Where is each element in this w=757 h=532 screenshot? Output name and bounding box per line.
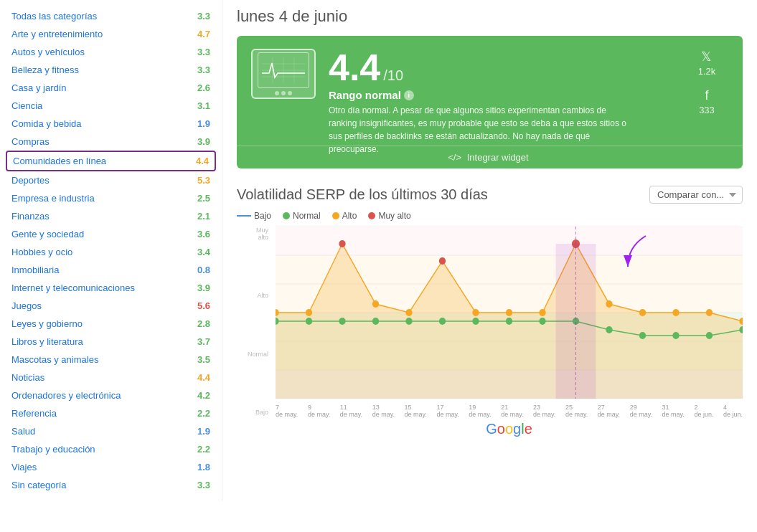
- sidebar-score-24: 2.2: [197, 444, 210, 455]
- y-label-muyalto: Muyalto: [244, 227, 268, 241]
- svg-point-49: [539, 318, 545, 325]
- sidebar-label-8: Comunidades en línea: [13, 156, 106, 166]
- facebook-share[interactable]: f 333: [699, 88, 715, 115]
- sidebar-score-5: 3.1: [197, 100, 210, 111]
- sidebar-label-19: Mascotas y animales: [11, 354, 98, 365]
- sidebar-item-25[interactable]: Viajes1.8: [0, 458, 222, 476]
- twitter-share[interactable]: 𝕏 1.2k: [698, 49, 716, 77]
- svg-point-54: [706, 332, 713, 339]
- sidebar-item-1[interactable]: Arte y entretenimiento4.7: [0, 25, 222, 43]
- sidebar-item-2[interactable]: Autos y vehículos3.3: [0, 43, 222, 61]
- sidebar-item-12[interactable]: Gente y sociedad3.6: [0, 225, 222, 243]
- legend-item-0: Bajo: [237, 211, 271, 221]
- sidebar-score-25: 1.8: [197, 462, 210, 472]
- svg-point-44: [372, 318, 379, 325]
- svg-point-37: [639, 309, 646, 316]
- sidebar-label-1: Arte y entretenimiento: [11, 29, 103, 39]
- sidebar-label-11: Finanzas: [11, 211, 50, 222]
- sidebar-item-6[interactable]: Comida y bebida1.9: [0, 115, 222, 133]
- chart-area: 10 8 6 4 2 0: [276, 227, 743, 437]
- x-label-7: 19de may.: [469, 404, 491, 418]
- sidebar-score-11: 2.1: [197, 211, 210, 222]
- x-label-11: 27de may.: [598, 404, 620, 418]
- sidebar-score-20: 4.4: [197, 372, 210, 383]
- google-logo: Google: [276, 421, 743, 437]
- sidebar-score-19: 3.5: [197, 354, 210, 365]
- sidebar-label-0: Todas las categorías: [11, 11, 97, 22]
- legend-item-2: Alto: [332, 211, 357, 221]
- chart-title: Volatilidad SERP de los últimos 30 días: [237, 186, 488, 203]
- svg-point-27: [306, 309, 312, 316]
- sidebar-score-15: 3.9: [197, 282, 210, 293]
- x-label-1: 7de may.: [276, 404, 298, 418]
- sidebar-item-23[interactable]: Salud1.9: [0, 422, 222, 440]
- legend-dot-3: [368, 212, 375, 219]
- facebook-icon: f: [705, 88, 708, 103]
- legend-label-2: Alto: [342, 211, 357, 221]
- sidebar-item-5[interactable]: Ciencia3.1: [0, 97, 222, 115]
- sidebar-label-17: Leyes y gobierno: [11, 318, 83, 329]
- score-denom: /10: [383, 67, 403, 84]
- sidebar-item-8[interactable]: Comunidades en línea4.4: [6, 151, 216, 171]
- sidebar-item-21[interactable]: Ordenadores y electrónica4.2: [0, 386, 222, 404]
- sidebar-item-24[interactable]: Trabajo y educación2.2: [0, 440, 222, 458]
- sidebar-item-15[interactable]: Internet y telecomunicaciones3.9: [0, 279, 222, 297]
- svg-point-43: [339, 318, 345, 325]
- sidebar-item-18[interactable]: Libros y literatura3.7: [0, 333, 222, 351]
- sidebar-item-19[interactable]: Mascotas y animales3.5: [0, 351, 222, 369]
- sidebar-item-4[interactable]: Casa y jardín2.6: [0, 79, 222, 97]
- date-header: lunes 4 de junio: [237, 7, 743, 26]
- sidebar-item-26[interactable]: Sin categoría3.3: [0, 476, 222, 494]
- main-content: lunes 4 de junio: [222, 0, 757, 501]
- main-score: 4.4: [329, 49, 380, 86]
- sidebar-label-2: Autos y vehículos: [11, 47, 85, 57]
- sidebar-label-12: Gente y sociedad: [11, 229, 84, 239]
- info-icon[interactable]: i: [404, 90, 414, 100]
- sidebar-item-7[interactable]: Compras3.9: [0, 133, 222, 151]
- widget-bar[interactable]: </> Integrar widget: [237, 146, 743, 168]
- sidebar-label-23: Salud: [11, 426, 35, 437]
- sidebar-item-22[interactable]: Referencia2.2: [0, 404, 222, 422]
- x-label-4: 13de may.: [372, 404, 395, 418]
- sidebar-score-23: 1.9: [197, 426, 210, 437]
- x-label-6: 17de may.: [436, 404, 459, 418]
- sidebar-score-21: 4.2: [197, 390, 210, 401]
- sidebar-score-9: 5.3: [197, 175, 210, 186]
- sidebar-item-9[interactable]: Deportes5.3: [0, 171, 222, 189]
- legend-label-3: Muy alto: [378, 211, 410, 221]
- x-label-15: 4de jun.: [723, 404, 743, 418]
- sidebar-score-18: 3.7: [197, 336, 210, 347]
- x-label-2: 9de may.: [308, 404, 330, 418]
- volatility-card: 4.4 /10 Rango normal i Otro día normal. …: [237, 36, 743, 168]
- chart-legend: BajoNormalAltoMuy alto: [237, 211, 743, 221]
- svg-point-52: [639, 332, 646, 339]
- legend-dot-0: [237, 215, 251, 217]
- sidebar-item-11[interactable]: Finanzas2.1: [0, 207, 222, 225]
- sidebar-item-3[interactable]: Belleza y fitness3.3: [0, 61, 222, 79]
- sidebar-label-6: Comida y bebida: [11, 118, 82, 129]
- x-axis-labels: 7de may. 9de may. 11de may. 13de may. 15…: [276, 404, 743, 418]
- svg-point-32: [472, 309, 479, 316]
- svg-point-28: [339, 240, 345, 247]
- legend-dot-2: [332, 212, 339, 219]
- sidebar-score-6: 1.9: [197, 118, 210, 129]
- legend-dot-1: [283, 212, 290, 219]
- sidebar-item-10[interactable]: Empresa e industria2.5: [0, 189, 222, 207]
- sidebar-item-20[interactable]: Noticias4.4: [0, 369, 222, 386]
- sidebar-item-14[interactable]: Inmobiliaria0.8: [0, 261, 222, 279]
- compare-select[interactable]: Comparar con...: [649, 186, 743, 204]
- x-label-8: 21de may.: [501, 404, 523, 418]
- y-label-alto: Alto: [244, 292, 268, 299]
- sidebar-item-13[interactable]: Hobbies y ocio3.4: [0, 243, 222, 261]
- sidebar-label-14: Inmobiliaria: [11, 265, 59, 275]
- svg-point-29: [372, 300, 379, 308]
- sidebar-score-8: 4.4: [196, 156, 209, 166]
- sidebar-item-0[interactable]: Todas las categorías3.3: [0, 7, 222, 25]
- sidebar-score-10: 2.5: [197, 193, 210, 204]
- widget-label: Integrar widget: [467, 152, 529, 163]
- monitor-screen: [258, 52, 309, 88]
- sidebar-label-26: Sin categoría: [11, 480, 67, 490]
- sidebar-item-16[interactable]: Juegos5.6: [0, 297, 222, 315]
- svg-point-39: [706, 309, 713, 316]
- sidebar-item-17[interactable]: Leyes y gobierno2.8: [0, 315, 222, 333]
